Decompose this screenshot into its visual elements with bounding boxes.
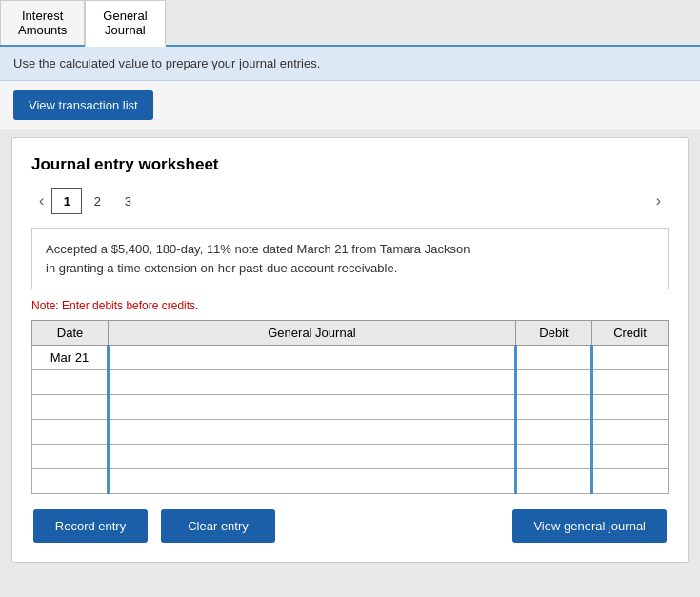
journal-cell-3[interactable]	[109, 395, 516, 420]
debit-cell-1[interactable]	[516, 346, 592, 370]
bottom-actions: Record entry Clear entry View general jo…	[31, 509, 669, 543]
view-general-journal-button[interactable]: View general journal	[512, 509, 667, 543]
page-2-button[interactable]: 2	[82, 188, 112, 214]
col-header-journal: General Journal	[109, 321, 516, 346]
view-transaction-list-button[interactable]: View transaction list	[13, 90, 153, 120]
table-row	[32, 445, 669, 469]
table-row	[32, 395, 669, 420]
journal-cell-5[interactable]	[109, 445, 516, 469]
debit-cell-2[interactable]	[516, 370, 592, 395]
debit-input-6[interactable]	[517, 469, 590, 493]
journal-cell-4[interactable]	[109, 420, 516, 445]
date-cell-2	[32, 370, 109, 395]
date-cell-5	[32, 445, 109, 469]
tab-interest-amounts[interactable]: Interest Amounts	[0, 0, 85, 45]
credit-input-1[interactable]	[593, 346, 668, 369]
page-3-button[interactable]: 3	[112, 188, 143, 214]
record-entry-button[interactable]: Record entry	[33, 509, 148, 543]
journal-cell-6[interactable]	[109, 469, 516, 494]
journal-cell-2[interactable]	[109, 370, 516, 395]
credit-cell-2[interactable]	[592, 370, 669, 395]
table-row	[32, 420, 669, 445]
note-text: Note: Enter debits before credits.	[31, 299, 669, 312]
journal-entry-card: Journal entry worksheet ‹ 1 2 3 › Accept…	[11, 137, 689, 563]
journal-input-1[interactable]	[110, 346, 514, 369]
col-header-date: Date	[32, 321, 109, 346]
journal-input-2[interactable]	[110, 370, 514, 394]
journal-cell-1[interactable]	[109, 346, 516, 370]
date-cell-6	[32, 469, 109, 494]
debit-input-2[interactable]	[517, 370, 590, 394]
prev-page-button[interactable]: ‹	[31, 189, 51, 213]
debit-cell-3[interactable]	[516, 395, 592, 420]
credit-input-5[interactable]	[593, 445, 668, 468]
credit-cell-4[interactable]	[592, 420, 669, 445]
journal-input-5[interactable]	[110, 445, 514, 468]
credit-cell-5[interactable]	[592, 445, 669, 469]
tab-general-journal[interactable]: General Journal	[85, 0, 165, 47]
credit-cell-3[interactable]	[592, 395, 669, 420]
table-row	[32, 469, 669, 494]
debit-cell-5[interactable]	[516, 445, 592, 469]
date-cell-4	[32, 420, 109, 445]
col-header-credit: Credit	[592, 321, 669, 346]
journal-input-3[interactable]	[110, 395, 514, 419]
page-1-button[interactable]: 1	[51, 188, 82, 214]
description-text: Accepted a $5,400, 180-day, 11% note dat…	[46, 242, 470, 275]
clear-entry-button[interactable]: Clear entry	[161, 509, 275, 543]
info-bar: Use the calculated value to prepare your…	[0, 47, 700, 81]
credit-input-4[interactable]	[593, 420, 668, 444]
next-page-button[interactable]: ›	[649, 189, 669, 213]
credit-cell-6[interactable]	[592, 469, 669, 494]
card-title: Journal entry worksheet	[31, 155, 669, 174]
credit-cell-1[interactable]	[592, 346, 669, 370]
debit-cell-4[interactable]	[516, 420, 592, 445]
debit-input-4[interactable]	[517, 420, 590, 444]
credit-input-6[interactable]	[593, 469, 668, 493]
table-row: Mar 21	[32, 346, 669, 370]
debit-input-1[interactable]	[517, 346, 590, 369]
journal-input-4[interactable]	[110, 420, 514, 444]
date-cell-1: Mar 21	[32, 346, 109, 370]
credit-input-3[interactable]	[593, 395, 668, 419]
table-row	[32, 370, 669, 395]
debit-cell-6[interactable]	[516, 469, 592, 494]
tabs-bar: Interest Amounts General Journal	[0, 0, 700, 47]
journal-input-6[interactable]	[110, 469, 514, 493]
top-actions: View transaction list	[0, 81, 700, 129]
col-header-debit: Debit	[516, 321, 592, 346]
journal-table: Date General Journal Debit Credit Mar 21	[31, 320, 669, 494]
debit-input-3[interactable]	[517, 395, 590, 419]
credit-input-2[interactable]	[593, 370, 668, 394]
debit-input-5[interactable]	[517, 445, 590, 468]
date-cell-3	[32, 395, 109, 420]
pagination: ‹ 1 2 3 ›	[31, 188, 669, 214]
description-box: Accepted a $5,400, 180-day, 11% note dat…	[31, 228, 669, 289]
